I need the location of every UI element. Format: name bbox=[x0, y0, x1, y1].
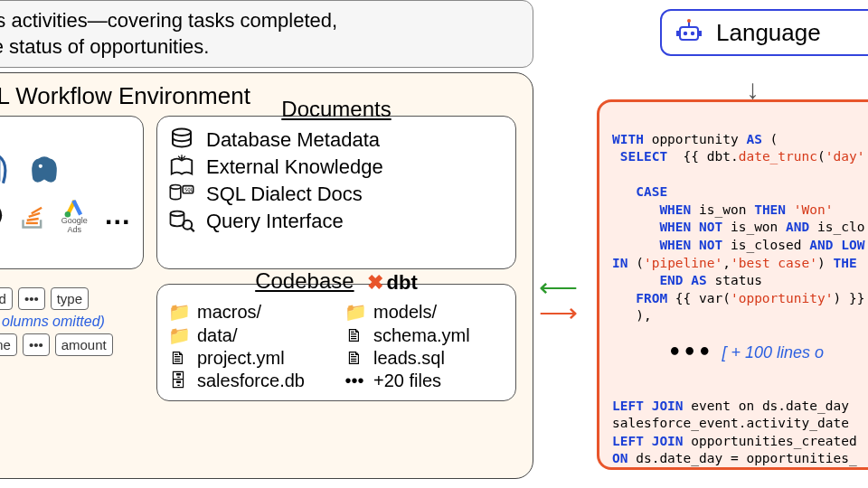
lines-omitted-note: [ + 100 lines o bbox=[722, 342, 824, 363]
file-item: macros/ bbox=[197, 302, 261, 323]
documents-panel: Documents Database Metadata External Kno… bbox=[156, 116, 516, 269]
sql-output: WITH opportunity AS ( SELECT {{ dbt.date… bbox=[597, 99, 868, 470]
file-item: project.yml bbox=[197, 348, 285, 369]
ellipsis-icon: … bbox=[102, 196, 132, 234]
table-sketch: unt_id ••• type olumns omitted) _name ••… bbox=[0, 284, 144, 360]
file-item: data/ bbox=[197, 325, 237, 346]
svg-point-9 bbox=[0, 202, 2, 228]
workflow-environment: SQL Workflow Environment bbox=[0, 72, 533, 479]
db-file-icon: 🗄 bbox=[168, 371, 188, 391]
database-icon bbox=[168, 127, 195, 153]
svg-rect-5 bbox=[676, 31, 679, 36]
query-interface-icon bbox=[168, 209, 195, 234]
table-cell: amount bbox=[55, 333, 113, 356]
file-icon: 🗎 bbox=[344, 348, 364, 369]
svg-point-15 bbox=[173, 129, 191, 136]
svg-point-2 bbox=[691, 32, 694, 35]
ellipsis-icon: ••• bbox=[344, 371, 364, 391]
svg-text:SQL: SQL bbox=[184, 187, 194, 192]
google-ads-label: Google Ads bbox=[59, 216, 90, 234]
prompt-box: sales activities—covering tasks complete… bbox=[0, 0, 533, 68]
table-cell: unt_id bbox=[0, 287, 13, 310]
robot-icon bbox=[675, 18, 703, 47]
svg-line-22 bbox=[191, 229, 194, 232]
svg-point-20 bbox=[171, 211, 184, 217]
documents-heading: Documents bbox=[168, 97, 505, 122]
table-cell: ••• bbox=[18, 287, 45, 310]
language-model-label: Language bbox=[716, 19, 821, 47]
table-cell: ••• bbox=[23, 333, 50, 356]
prompt-line-2: d the status of opportunities. bbox=[0, 34, 520, 61]
sql-ellipsis-row: •••[ + 100 lines o bbox=[612, 338, 868, 367]
dbt-label: dbt bbox=[387, 271, 418, 295]
file-item: +20 files bbox=[373, 371, 441, 391]
dbt-logo: ✖ dbt bbox=[367, 271, 418, 295]
folder-icon: 📁 bbox=[168, 301, 188, 323]
file-icon: 🗎 bbox=[168, 348, 188, 369]
table-cell: type bbox=[51, 287, 89, 310]
folder-icon: 📁 bbox=[168, 324, 188, 346]
file-item: schema.yml bbox=[373, 325, 470, 346]
postgres-icon bbox=[25, 151, 63, 189]
doc-item-ext-knowledge: External Knowledge bbox=[206, 155, 383, 179]
github-icon bbox=[0, 196, 5, 234]
svg-point-17 bbox=[170, 185, 181, 190]
language-model-box: Language bbox=[660, 9, 868, 56]
doc-item-query-iface: Query Interface bbox=[206, 210, 344, 233]
dbt-mark-icon: ✖ bbox=[367, 271, 383, 295]
file-icon: 🗎 bbox=[344, 325, 364, 346]
file-item: leads.sql bbox=[373, 348, 445, 369]
doc-item-sql-dialect: SQL Dialect Docs bbox=[206, 183, 363, 206]
svg-point-16 bbox=[180, 156, 183, 159]
doc-item-db-meta: Database Metadata bbox=[206, 128, 380, 152]
folder-icon: 📁 bbox=[344, 301, 364, 323]
data-sources-panel: Google Ads … bbox=[0, 116, 144, 269]
svg-point-4 bbox=[687, 19, 691, 23]
svg-rect-11 bbox=[26, 217, 38, 221]
arrow-right-icon: ⟶ bbox=[539, 296, 578, 328]
book-icon bbox=[168, 155, 195, 180]
stackoverflow-icon bbox=[17, 196, 47, 234]
columns-omitted-note: olumns omitted) bbox=[0, 314, 144, 330]
file-item: salesforce.db bbox=[197, 371, 305, 391]
table-cell: _name bbox=[0, 333, 17, 356]
svg-rect-6 bbox=[699, 31, 702, 36]
ellipsis-icon: ••• bbox=[668, 338, 712, 367]
file-item: models/ bbox=[373, 302, 437, 323]
sqlite-icon bbox=[0, 151, 13, 189]
svg-point-1 bbox=[684, 32, 687, 35]
svg-rect-0 bbox=[680, 27, 698, 40]
sql-docs-icon: SQL bbox=[168, 182, 195, 207]
prompt-line-1: sales activities—covering tasks complete… bbox=[0, 8, 520, 34]
codebase-heading: Codebase bbox=[255, 268, 354, 294]
google-ads-icon: Google Ads bbox=[59, 196, 90, 234]
svg-rect-10 bbox=[25, 221, 37, 223]
svg-point-8 bbox=[39, 164, 42, 168]
codebase-panel: Codebase ✖ dbt 📁macros/ 📁models/ 📁data/ … bbox=[156, 284, 516, 401]
